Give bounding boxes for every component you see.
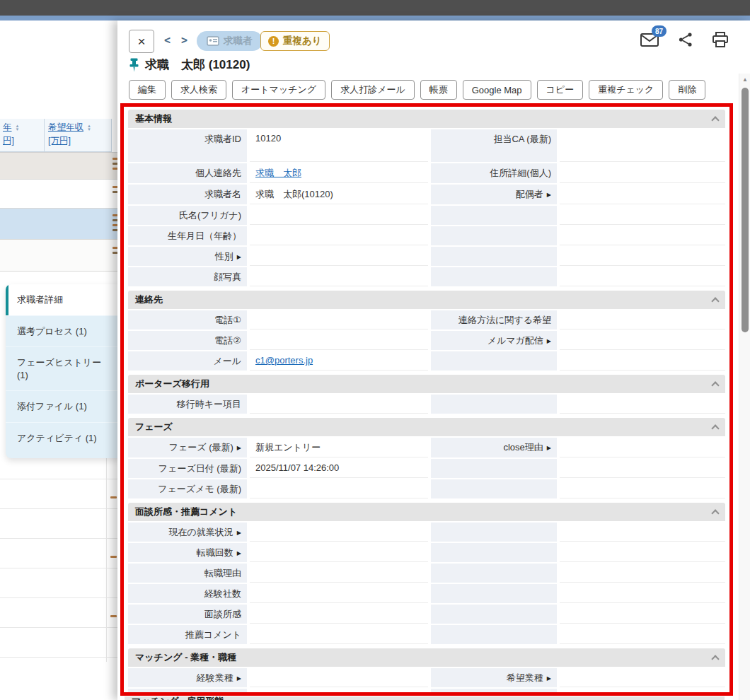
field-value: [560, 584, 725, 603]
field-label: 住所詳細(個人): [431, 163, 557, 183]
prev-record-button[interactable]: <: [164, 34, 171, 47]
print-button[interactable]: [712, 32, 729, 51]
pin-icon[interactable]: [129, 58, 139, 72]
section-1: 基本情報求職者ID10120担当CA (最新)個人連絡先求職 太郎住所詳細(個人…: [128, 110, 725, 286]
toolbar-button-3[interactable]: オートマッチング: [232, 80, 325, 100]
table-row[interactable]: [0, 180, 120, 209]
share-button[interactable]: [678, 32, 693, 50]
next-record-button[interactable]: >: [181, 34, 188, 47]
toolbar-button-6[interactable]: Google Map: [463, 80, 531, 100]
field-label: [431, 523, 557, 542]
options-arrow-icon: ▶: [237, 530, 241, 536]
field-label: [431, 459, 557, 478]
toolbar-button-7[interactable]: コピー: [537, 80, 584, 100]
field-label: 担当CA (最新): [431, 129, 557, 162]
field-value: [560, 163, 725, 183]
title-row: 求職 太郎 (10120): [129, 57, 250, 73]
field-label: 経験社数: [128, 584, 247, 603]
menu-item-4[interactable]: 添付ファイル (1): [6, 390, 120, 422]
field-value: [250, 247, 428, 266]
section-header[interactable]: 面談所感・推薦コメント: [128, 503, 725, 521]
field-label: 転職回数▶: [128, 543, 247, 562]
toolbar: 編集求人検索オートマッチング求人打診メール帳票Google Mapコピー重複チェ…: [129, 80, 705, 100]
field-value: [560, 395, 725, 414]
scroll-up-arrow-icon[interactable]: ▲: [739, 76, 750, 83]
mail-button[interactable]: 87: [640, 32, 659, 50]
table-row[interactable]: [0, 152, 120, 180]
section-header[interactable]: 基本情報: [128, 110, 725, 128]
alert-icon: !: [268, 36, 279, 47]
field-label: 希望職種▶: [431, 689, 557, 696]
menu-item-2[interactable]: 選考プロセス (1): [6, 315, 120, 347]
field-label: [431, 351, 557, 371]
field-value: 求職 太郎: [250, 163, 428, 183]
field-label: [431, 206, 557, 225]
toolbar-button-9[interactable]: 削除: [669, 80, 705, 100]
mail-count-badge: 87: [652, 25, 667, 37]
section-3: ポーターズ移行用移行時キー項目: [128, 375, 725, 414]
column-header-year: 年▲▼円]: [3, 121, 41, 148]
field-label: 移行時キー項目: [128, 395, 247, 414]
options-arrow-icon: ▶: [547, 445, 551, 451]
field-value: [560, 267, 725, 286]
record-type-label: 求職者: [224, 35, 253, 47]
scrollbar-thumb[interactable]: [742, 88, 749, 332]
field-label: 面談所感: [128, 605, 247, 624]
menu-item-5[interactable]: アクティビティ (1): [6, 422, 120, 454]
field-value: [250, 564, 428, 583]
menu-item-1[interactable]: 求職者詳細: [6, 284, 120, 315]
id-card-icon: [207, 36, 219, 46]
field-label: close理由▶: [431, 438, 557, 457]
field-label: フェーズ (最新)▶: [128, 438, 247, 457]
section-header[interactable]: フェーズ: [128, 418, 725, 436]
sections: 基本情報求職者ID10120担当CA (最新)個人連絡先求職 太郎住所詳細(個人…: [128, 110, 725, 696]
highlighted-content-area: 基本情報求職者ID10120担当CA (最新)個人連絡先求職 太郎住所詳細(個人…: [120, 103, 733, 696]
column-header-link[interactable]: 年▲▼円]: [3, 121, 41, 148]
menu-item-3[interactable]: フェーズヒストリー (1): [6, 346, 120, 390]
field-label: 個人連絡先: [128, 163, 247, 183]
close-icon: ×: [137, 34, 145, 49]
page-title: 求職 太郎 (10120): [145, 57, 250, 73]
field-label: 生年月日（年齢）: [128, 226, 247, 245]
section-header[interactable]: マッチング - 雇用形態: [125, 696, 725, 700]
record-type-badge: 求職者: [197, 31, 262, 51]
field-value: [250, 668, 428, 687]
field-value-link[interactable]: 求職 太郎: [255, 168, 301, 178]
toolbar-button-1[interactable]: 編集: [129, 80, 166, 100]
section-header[interactable]: ポーターズ移行用: [128, 375, 725, 393]
field-value: [250, 543, 428, 562]
app-accent-bar: [0, 16, 750, 21]
table-column-divider: [44, 119, 45, 152]
field-value: c1@porters.jp: [250, 351, 428, 371]
field-row: 求職者名求職 太郎(10120)配偶者▶: [128, 185, 725, 204]
close-button[interactable]: ×: [129, 30, 154, 53]
field-row: 電話②メルマガ配信▶: [128, 331, 725, 350]
collapse-chevron-icon: [711, 424, 719, 432]
field-row: メールc1@porters.jp: [128, 351, 725, 371]
side-menu: 求職者詳細選考プロセス (1)フェーズヒストリー (1)添付ファイル (1)アク…: [6, 284, 120, 458]
toolbar-button-8[interactable]: 重複チェック: [589, 80, 663, 100]
column-header-link[interactable]: 希望年収▲▼[万円]: [48, 121, 110, 148]
toolbar-button-5[interactable]: 帳票: [420, 80, 457, 100]
top-window-bar: [0, 0, 750, 16]
toolbar-button-2[interactable]: 求人検索: [171, 80, 226, 100]
field-value: [560, 625, 725, 644]
field-label: [431, 543, 557, 562]
table-row-selected[interactable]: [0, 209, 120, 240]
field-value: [250, 395, 428, 414]
field-label: 電話②: [128, 331, 247, 350]
field-value: [560, 310, 725, 329]
duplicate-warning-badge[interactable]: ! 重複あり: [260, 31, 330, 51]
section-header[interactable]: マッチング - 業種・職種: [128, 648, 725, 667]
section-header[interactable]: 連絡先: [128, 291, 725, 309]
field-value-link[interactable]: c1@porters.jp: [255, 355, 313, 366]
table-row[interactable]: [0, 240, 120, 272]
field-value: [250, 226, 428, 245]
field-value: [250, 625, 428, 644]
sort-icon[interactable]: ▲▼: [16, 124, 20, 132]
sort-icon[interactable]: ▲▼: [87, 124, 91, 132]
field-value: [560, 605, 725, 624]
options-arrow-icon: ▶: [547, 192, 551, 198]
vertical-scrollbar[interactable]: ▲: [739, 74, 750, 700]
toolbar-button-4[interactable]: 求人打診メール: [331, 80, 415, 100]
